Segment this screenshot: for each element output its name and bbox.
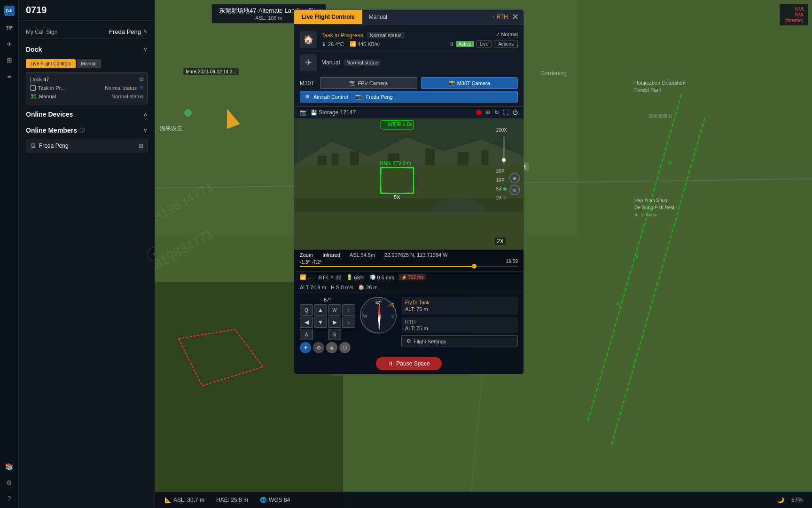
svg-text:W: W (363, 314, 367, 318)
battery-icon: 🔋 (346, 274, 353, 280)
online-devices-header[interactable]: Online Devices ∧ (26, 108, 148, 120)
dock-copy-icon[interactable]: ⧉ (140, 76, 143, 82)
sidebar-flight-tabs: Live Flight Controls Manual (26, 59, 148, 68)
flight-data-section: 📶 . . . RTK ✕ 32 🔋 68% 💨 0.5 m/s ⚡ 712 m… (294, 271, 523, 283)
rth-button[interactable]: ↑ RTH (492, 14, 508, 20)
svg-rect-32 (318, 156, 327, 165)
sidebar-tab-live[interactable]: Live Flight Controls (26, 59, 76, 68)
sidebar-header: 0719 (19, 0, 155, 21)
nav-map-icon[interactable]: 🗺 (6, 24, 13, 32)
cam-icon: 📷 (355, 94, 362, 100)
svg-text:Chinese: Chinese (641, 213, 657, 217)
online-devices-chevron: ∧ (143, 111, 148, 118)
att-btn-4[interactable]: ⬡ (339, 342, 351, 353)
dock-temp-item: 🌡 26.4°C (321, 41, 344, 47)
dir-btn-e[interactable]: ↑ (342, 304, 355, 316)
manual-device-icon: ✈ (300, 54, 317, 71)
callsign-value: Freda Peng (109, 28, 141, 35)
svg-text:45: 45 (389, 303, 395, 308)
zoom-5x[interactable]: 5X (496, 186, 507, 191)
zoom-label: Zoom (300, 252, 313, 258)
fullscreen-icon[interactable]: ⛶ (503, 109, 508, 116)
time-display: 0719 (26, 5, 47, 16)
svg-text:S: S (377, 325, 380, 330)
fly-to-alt: ALT: 75 m (405, 306, 514, 312)
zoom-10x[interactable]: 10X (496, 177, 507, 183)
sidebar-tab-manual[interactable]: Manual (77, 59, 102, 68)
nav-drone-icon[interactable]: ✈ (7, 40, 12, 48)
sidebar-collapse-arrow[interactable]: « (148, 247, 155, 261)
dir-btn-down[interactable]: ↓ (342, 317, 355, 328)
rtk-cross-icon: ✕ (330, 274, 334, 280)
nav-grid-icon[interactable]: ⊞ (7, 56, 12, 64)
dock-header[interactable]: Dock ∨ (26, 43, 148, 56)
dir-btn-center[interactable]: ▼ (314, 317, 327, 328)
dock-normal-badge: ✓ Normal (496, 32, 518, 38)
refresh-icon[interactable]: ↻ (494, 109, 499, 116)
moon-icon: 🌙 (777, 497, 784, 503)
aircraft-control-bar[interactable]: ⚙ Aircraft Control 📷 Freda Peng (300, 91, 518, 103)
nav-settings-icon[interactable]: ⚙ (6, 479, 12, 486)
record-btn[interactable] (476, 110, 482, 115)
actions-button[interactable]: Actions (494, 40, 518, 48)
timeline[interactable]: -1.3° -7.2° 19:59 (300, 260, 518, 267)
settings-icon[interactable]: ⚙ (485, 109, 491, 116)
dir-btn-right[interactable]: ▶ (328, 317, 341, 328)
att-btn-3[interactable]: ◈ (326, 342, 337, 353)
edit-icon[interactable]: ✎ (143, 29, 148, 35)
active-badge: Active (456, 41, 474, 47)
manual-device-row: ✈ Manual Normal status (300, 51, 518, 74)
tab-live-flight[interactable]: Live Flight Controls (294, 10, 362, 24)
nav-help-icon[interactable]: ? (8, 495, 11, 502)
zoom-20x[interactable]: 20X (496, 168, 507, 174)
dir-btn-left[interactable]: ◀ (300, 317, 313, 328)
top-right-status: N/A N/A (throttle) (780, 4, 808, 25)
tab-manual[interactable]: Manual (362, 10, 394, 24)
pause-space-button[interactable]: ⏸ Pause Space (376, 357, 441, 370)
dock-id-label: Dock 47 (30, 77, 49, 82)
dock-chevron-icon: ∨ (143, 46, 148, 53)
power-icon[interactable]: ⏻ (512, 109, 518, 116)
fpv-camera-btn[interactable]: 📷 FPV Camera (320, 77, 417, 89)
dir-btn-w[interactable]: W (328, 304, 341, 316)
online-members-header[interactable]: Online Members ⓘ ∨ (26, 124, 148, 136)
att-btn-2[interactable]: ⊕ (313, 342, 324, 353)
nav-library-icon[interactable]: 📚 (5, 463, 13, 470)
m30t-label-row: M30T 📷 FPV Camera 📸 M30T Camera (300, 74, 518, 91)
rtk-icon: RTK (319, 275, 329, 280)
task-icon: ⊞ (139, 85, 143, 91)
panel-header: Live Flight Controls Manual ↑ RTH ✕ (294, 10, 523, 24)
time-code: 19:59 (506, 259, 518, 264)
nav-layers-icon[interactable]: ≡ (7, 72, 11, 80)
dir-btn-up[interactable]: ▲ (314, 304, 327, 316)
battery-item: 🔋 68% (346, 274, 365, 280)
svg-rect-33 (332, 153, 339, 165)
dir-btn-s[interactable]: S (328, 329, 341, 340)
zoom-200x[interactable]: 200X (496, 127, 507, 133)
joystick-top[interactable]: ⊕ (509, 173, 520, 183)
joystick-bottom[interactable]: ⊙ (509, 185, 520, 195)
manual-sidebar-label: Manual (39, 94, 56, 99)
battery-percent: 57% (791, 497, 803, 503)
m30t-label: M30T (300, 80, 316, 87)
wind-item: 💨 0.5 m/s (369, 274, 394, 280)
online-members-chevron: ∨ (143, 127, 148, 134)
home-icon: 🏠 (358, 284, 365, 290)
member-expand-icon[interactable]: ⊞ (139, 143, 143, 149)
close-button[interactable]: ✕ (512, 12, 519, 22)
storage-icon: 💾 (311, 110, 317, 115)
svg-text:Houjiezhen Guanshen: Houjiezhen Guanshen (634, 80, 686, 86)
svg-text:5X: 5X (394, 194, 400, 200)
storage-label: 💾 Storage 12147 (311, 109, 356, 116)
flight-settings-button[interactable]: ⚙ Flight Settings (401, 335, 518, 347)
rth-section: RTH ALT: 75 m (401, 317, 518, 333)
att-btn-1[interactable]: ✦ (300, 342, 311, 353)
zoom-2x[interactable]: 2X (496, 195, 507, 200)
zoom-levels: 200X 20X 10X 5X 2X (496, 127, 507, 200)
member-name: Freda Peng (39, 143, 69, 149)
current-zoom: 2X (495, 238, 506, 245)
m30t-camera-btn[interactable]: 📸 M30T Camera (421, 77, 518, 89)
dir-btn-a[interactable]: A (300, 329, 313, 340)
dir-btn-q[interactable]: Q (300, 304, 313, 316)
wind-icon: 💨 (369, 274, 376, 280)
